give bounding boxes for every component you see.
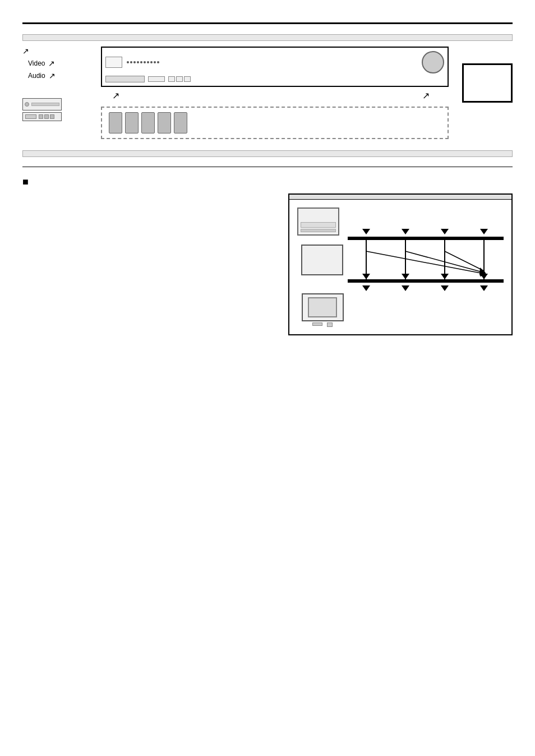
av-box: [297, 242, 347, 278]
video-connection-formats-heading: [22, 165, 513, 167]
out-svideo-arrow: [386, 284, 425, 292]
output-arrows-row: [297, 284, 504, 292]
tv-projector-box: [462, 63, 513, 103]
main-title: [22, 20, 513, 24]
svg-marker-1: [362, 274, 370, 279]
flow-tv-row: [297, 293, 504, 329]
av-receiver-illustration: ↗ ↗: [101, 47, 449, 139]
dvd-device-illustration: [22, 98, 95, 121]
speakers-box: [101, 107, 449, 139]
col-composite: [347, 227, 386, 236]
col-hdmi: [464, 227, 504, 236]
signal-flow-diagram: ↗ Video ↗ Audio ↗: [22, 47, 513, 139]
monitor-heading: ■: [22, 176, 513, 188]
composite-arrow-down: [362, 229, 370, 234]
flow-tv-device: [302, 293, 344, 321]
audio-arrow: ↗: [49, 71, 56, 80]
flow-arrows-svg: [347, 240, 504, 279]
col-svideo: [386, 227, 425, 236]
component-arrow-down: [441, 229, 449, 234]
monitor-bullet-icon: ■: [22, 176, 29, 188]
audio-arrow-icon: Audio: [28, 72, 45, 80]
flow-chart-title: [289, 195, 511, 200]
svg-marker-3: [402, 274, 409, 279]
legend-video: Video ↗: [28, 59, 95, 68]
svideo-arrow-down: [402, 229, 409, 234]
out-component-arrow: [425, 284, 464, 292]
audio-signal-arrow-right: ↗: [422, 90, 430, 101]
svg-marker-13: [480, 274, 488, 279]
monitor-left-text: [22, 193, 277, 199]
monitor-section: [22, 193, 513, 335]
hdmi-arrow-down: [480, 229, 488, 234]
legend-audio: Audio ↗: [28, 71, 95, 80]
av-receiver-row: [297, 240, 504, 279]
flow-chart: [288, 193, 513, 335]
video-arrow: ↗: [48, 59, 55, 68]
diagram-left: ↗ Video ↗ Audio ↗: [22, 47, 95, 125]
video-signal-arrow: ↗: [112, 90, 119, 101]
svg-line-10: [445, 251, 484, 271]
flow-chart-wrapper: [288, 193, 513, 335]
svg-marker-5: [441, 274, 449, 279]
flow-chart-body: [289, 200, 511, 334]
signal-flow-icon: ↗: [22, 47, 29, 56]
section1-box: [22, 34, 513, 41]
flow-dvd-row: [297, 205, 504, 236]
section2-box: [22, 150, 513, 157]
col-component: [425, 227, 464, 236]
video-arrow-icon: Video: [28, 59, 45, 67]
out-hdmi-arrow: [464, 284, 504, 292]
out-composite-arrow: [347, 284, 386, 292]
legend-signal-flow: ↗: [22, 47, 95, 56]
flow-dvd-device: [297, 208, 339, 236]
